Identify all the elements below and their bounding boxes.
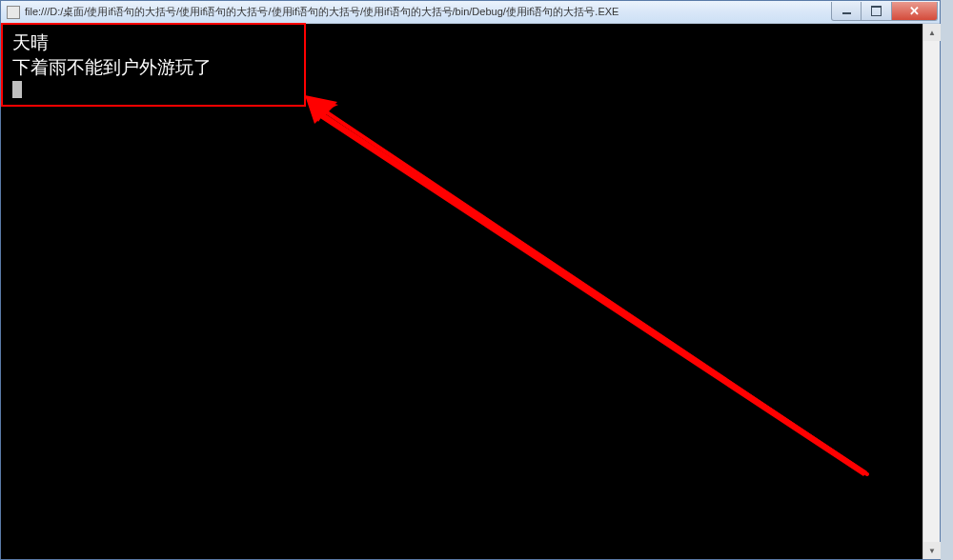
- console-output: 天晴 下着雨不能到户外游玩了 ▲ ▼: [1, 24, 940, 559]
- console-text: 天晴 下着雨不能到户外游玩了: [12, 30, 212, 79]
- maximize-button[interactable]: [862, 2, 892, 21]
- scroll-down-button[interactable]: ▼: [923, 542, 941, 559]
- cursor-icon: [12, 81, 22, 98]
- titlebar[interactable]: file:///D:/桌面/使用if语句的大括号/使用if语句的大括号/使用if…: [1, 1, 940, 24]
- app-icon: [7, 6, 20, 19]
- window-controls: ✕: [831, 2, 938, 21]
- output-line-2: 下着雨不能到户外游玩了: [12, 56, 212, 77]
- window-title: file:///D:/桌面/使用if语句的大括号/使用if语句的大括号/使用if…: [25, 5, 831, 19]
- close-button[interactable]: ✕: [892, 2, 938, 21]
- scroll-up-button[interactable]: ▲: [923, 24, 941, 41]
- chevron-down-icon: ▼: [928, 547, 936, 555]
- output-line-1: 天晴: [12, 31, 49, 52]
- minimize-button[interactable]: [831, 2, 862, 21]
- close-icon: ✕: [909, 4, 920, 18]
- console-window: file:///D:/桌面/使用if语句的大括号/使用if语句的大括号/使用if…: [0, 0, 941, 560]
- chevron-up-icon: ▲: [928, 29, 936, 37]
- desktop-edge: [941, 0, 953, 560]
- vertical-scrollbar[interactable]: ▲ ▼: [923, 24, 940, 559]
